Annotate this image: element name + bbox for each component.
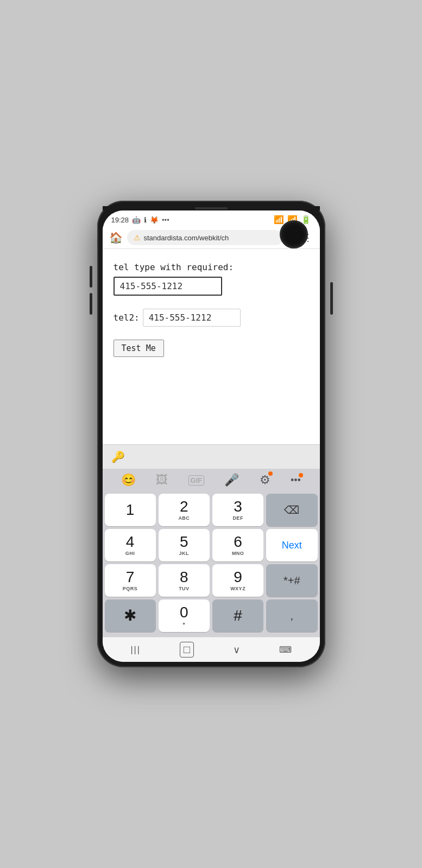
keyboard-row-4: ✱ 0 + # , [105, 599, 318, 632]
firefox-icon: 🦊 [150, 216, 159, 224]
test-me-button[interactable]: Test Me [114, 340, 164, 357]
gif-toolbar-icon[interactable]: GIF [188, 475, 205, 486]
keyboard-toggle-button[interactable]: ⌨ [279, 644, 292, 655]
key-star[interactable]: ✱ [105, 599, 156, 632]
emoji-toolbar-icon[interactable]: 😊 [121, 473, 136, 487]
more-badge [299, 473, 303, 477]
keyboard-row-1: 1 2 ABC 3 DEF ⌫ [105, 494, 318, 526]
form2-label: tel2: [114, 312, 140, 323]
key-backspace[interactable]: ⌫ [266, 494, 317, 526]
form-section-1: tel type with required: [114, 262, 309, 296]
key-5[interactable]: 5 JKL [159, 529, 210, 561]
form1-label: tel type with required: [114, 262, 309, 272]
warning-icon: ⚠ [134, 233, 141, 242]
key-comma[interactable]: , [266, 599, 317, 632]
key-8[interactable]: 8 TUV [159, 564, 210, 597]
home-nav-button[interactable]: □ [180, 642, 194, 658]
url-bar[interactable]: ⚠ standardista.com/webkit/ch [127, 230, 283, 245]
keyboard-row-3: 7 PQRS 8 TUV 9 WXYZ *+# [105, 564, 318, 597]
key-next[interactable]: Next [266, 529, 317, 561]
sticker-toolbar-icon[interactable]: 🖼 [156, 473, 168, 487]
key-3[interactable]: 3 DEF [212, 494, 263, 526]
android-icon: 🤖 [132, 216, 141, 224]
home-icon[interactable]: 🏠 [109, 231, 123, 244]
keyboard-row-2: 4 GHI 5 JKL 6 MNO Next [105, 529, 318, 561]
back-nav-button[interactable]: ||| [130, 645, 140, 655]
url-text: standardista.com/webkit/ch [144, 234, 229, 242]
settings-badge [268, 471, 273, 476]
key-6[interactable]: 6 MNO [212, 529, 263, 561]
key-0[interactable]: 0 + [159, 599, 210, 632]
keyboard-toolbar: 😊 🖼 GIF 🎤 ⚙ ••• [103, 469, 320, 492]
form-section-button: Test Me [114, 340, 309, 357]
camera [280, 220, 308, 248]
key-9[interactable]: 9 WXYZ [212, 564, 263, 597]
web-content: tel type with required: tel2: Test Me [103, 249, 320, 444]
recent-nav-button[interactable]: ∨ [233, 644, 240, 656]
mic-toolbar-icon[interactable]: 🎤 [224, 473, 239, 487]
key-2[interactable]: 2 ABC [159, 494, 210, 526]
numeric-keyboard: 1 2 ABC 3 DEF ⌫ 4 GHI [103, 492, 320, 637]
form-section-2: tel2: [114, 309, 309, 327]
settings-toolbar-wrapper: ⚙ [260, 473, 270, 487]
key-7[interactable]: 7 PQRS [105, 564, 156, 597]
wifi-icon: 📶 [274, 215, 284, 225]
next-label: Next [282, 540, 302, 551]
tel-input-1[interactable] [114, 277, 222, 296]
time-display: 19:28 [111, 216, 129, 224]
key-1[interactable]: 1 [105, 494, 156, 526]
bottom-nav: ||| □ ∨ ⌨ [103, 637, 320, 662]
key-4[interactable]: 4 GHI [105, 529, 156, 561]
more-dots: ••• [162, 216, 169, 224]
key-hash[interactable]: # [212, 599, 263, 632]
key-icon: 🔑 [111, 450, 125, 463]
info-icon: ℹ [144, 216, 147, 224]
tel-input-2[interactable] [143, 309, 241, 327]
key-special-symbols[interactable]: *+# [266, 564, 317, 597]
more-toolbar-wrapper: ••• [291, 475, 301, 486]
password-bar: 🔑 [103, 444, 320, 469]
